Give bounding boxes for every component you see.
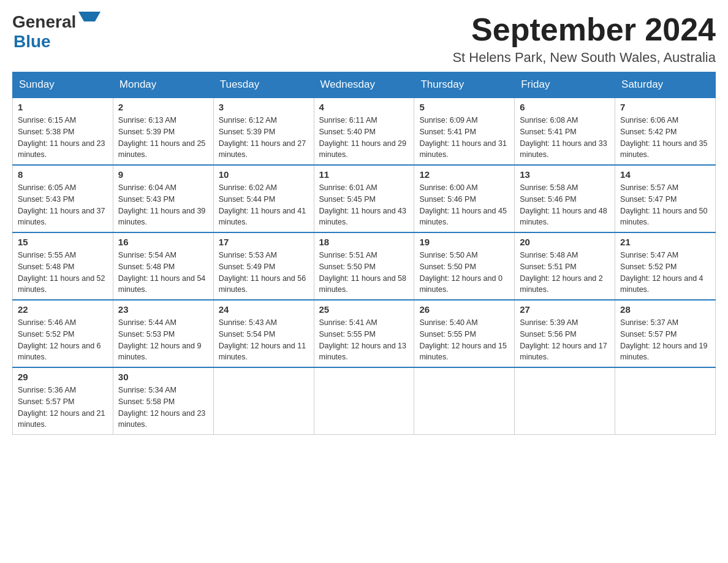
calendar-cell: 23Sunrise: 5:44 AMSunset: 5:53 PMDayligh…	[113, 300, 213, 367]
day-info: Sunrise: 5:47 AMSunset: 5:52 PMDaylight:…	[620, 250, 710, 296]
day-info: Sunrise: 6:13 AMSunset: 5:39 PMDaylight:…	[118, 115, 208, 161]
day-number: 20	[520, 237, 610, 247]
day-info: Sunrise: 5:54 AMSunset: 5:48 PMDaylight:…	[118, 250, 208, 296]
day-number: 13	[520, 169, 610, 180]
day-info: Sunrise: 6:05 AMSunset: 5:43 PMDaylight:…	[18, 182, 108, 228]
svg-marker-1	[78, 21, 100, 31]
header-monday: Monday	[113, 72, 213, 98]
day-info: Sunrise: 6:11 AMSunset: 5:40 PMDaylight:…	[319, 115, 409, 161]
calendar-cell: 21Sunrise: 5:47 AMSunset: 5:52 PMDayligh…	[615, 232, 716, 300]
calendar-cell: 22Sunrise: 5:46 AMSunset: 5:52 PMDayligh…	[13, 300, 113, 367]
week-row-5: 29Sunrise: 5:36 AMSunset: 5:57 PMDayligh…	[13, 367, 716, 435]
calendar-cell: 11Sunrise: 6:01 AMSunset: 5:45 PMDayligh…	[314, 165, 414, 232]
day-info: Sunrise: 6:08 AMSunset: 5:41 PMDaylight:…	[520, 115, 610, 161]
calendar-cell: 30Sunrise: 5:34 AMSunset: 5:58 PMDayligh…	[113, 367, 213, 435]
day-info: Sunrise: 5:39 AMSunset: 5:56 PMDaylight:…	[520, 317, 610, 363]
day-info: Sunrise: 6:01 AMSunset: 5:45 PMDaylight:…	[319, 182, 409, 228]
day-info: Sunrise: 5:44 AMSunset: 5:53 PMDaylight:…	[118, 317, 208, 363]
day-info: Sunrise: 5:55 AMSunset: 5:48 PMDaylight:…	[18, 250, 108, 296]
week-row-3: 15Sunrise: 5:55 AMSunset: 5:48 PMDayligh…	[13, 232, 716, 300]
week-row-1: 1Sunrise: 6:15 AMSunset: 5:38 PMDaylight…	[13, 98, 716, 165]
calendar-cell: 20Sunrise: 5:48 AMSunset: 5:51 PMDayligh…	[515, 232, 615, 300]
day-info: Sunrise: 6:09 AMSunset: 5:41 PMDaylight:…	[419, 115, 509, 161]
calendar-cell: 5Sunrise: 6:09 AMSunset: 5:41 PMDaylight…	[414, 98, 515, 165]
logo-icon	[78, 12, 100, 31]
day-number: 23	[118, 304, 208, 315]
day-info: Sunrise: 5:53 AMSunset: 5:49 PMDaylight:…	[219, 250, 309, 296]
day-number: 9	[118, 169, 208, 180]
day-number: 30	[118, 372, 208, 382]
day-number: 3	[219, 102, 309, 112]
calendar-cell	[414, 367, 515, 435]
calendar-cell: 7Sunrise: 6:06 AMSunset: 5:42 PMDaylight…	[615, 98, 716, 165]
day-info: Sunrise: 5:50 AMSunset: 5:50 PMDaylight:…	[419, 250, 509, 296]
logo-general-text: General	[12, 12, 76, 32]
calendar-cell: 28Sunrise: 5:37 AMSunset: 5:57 PMDayligh…	[615, 300, 716, 367]
week-row-2: 8Sunrise: 6:05 AMSunset: 5:43 PMDaylight…	[13, 165, 716, 232]
day-info: Sunrise: 5:51 AMSunset: 5:50 PMDaylight:…	[319, 250, 409, 296]
calendar-cell: 2Sunrise: 6:13 AMSunset: 5:39 PMDaylight…	[113, 98, 213, 165]
calendar-cell: 27Sunrise: 5:39 AMSunset: 5:56 PMDayligh…	[515, 300, 615, 367]
header-saturday: Saturday	[615, 72, 716, 98]
calendar-cell: 24Sunrise: 5:43 AMSunset: 5:54 PMDayligh…	[213, 300, 314, 367]
day-number: 22	[18, 304, 108, 315]
calendar-cell: 6Sunrise: 6:08 AMSunset: 5:41 PMDaylight…	[515, 98, 615, 165]
day-number: 4	[319, 102, 409, 112]
calendar-table: Sunday Monday Tuesday Wednesday Thursday…	[12, 72, 716, 435]
day-number: 15	[18, 237, 108, 247]
day-number: 24	[219, 304, 309, 315]
calendar-cell	[213, 367, 314, 435]
calendar-cell	[314, 367, 414, 435]
calendar-cell: 15Sunrise: 5:55 AMSunset: 5:48 PMDayligh…	[13, 232, 113, 300]
day-number: 17	[219, 237, 309, 247]
day-number: 5	[419, 102, 509, 112]
day-number: 14	[620, 169, 710, 180]
day-number: 28	[620, 304, 710, 315]
day-info: Sunrise: 6:00 AMSunset: 5:46 PMDaylight:…	[419, 182, 509, 228]
calendar-cell: 13Sunrise: 5:58 AMSunset: 5:46 PMDayligh…	[515, 165, 615, 232]
logo-blue-text: Blue	[13, 32, 51, 51]
day-number: 19	[419, 237, 509, 247]
day-info: Sunrise: 5:57 AMSunset: 5:47 PMDaylight:…	[620, 182, 710, 228]
day-number: 1	[18, 102, 108, 112]
day-info: Sunrise: 5:46 AMSunset: 5:52 PMDaylight:…	[18, 317, 108, 363]
header-tuesday: Tuesday	[213, 72, 314, 98]
day-info: Sunrise: 6:12 AMSunset: 5:39 PMDaylight:…	[219, 115, 309, 161]
calendar-cell: 19Sunrise: 5:50 AMSunset: 5:50 PMDayligh…	[414, 232, 515, 300]
day-number: 21	[620, 237, 710, 247]
day-info: Sunrise: 5:43 AMSunset: 5:54 PMDaylight:…	[219, 317, 309, 363]
calendar-cell: 17Sunrise: 5:53 AMSunset: 5:49 PMDayligh…	[213, 232, 314, 300]
day-number: 2	[118, 102, 208, 112]
calendar-cell: 1Sunrise: 6:15 AMSunset: 5:38 PMDaylight…	[13, 98, 113, 165]
day-info: Sunrise: 5:37 AMSunset: 5:57 PMDaylight:…	[620, 317, 710, 363]
calendar-cell: 14Sunrise: 5:57 AMSunset: 5:47 PMDayligh…	[615, 165, 716, 232]
day-number: 25	[319, 304, 409, 315]
day-number: 8	[18, 169, 108, 180]
day-number: 6	[520, 102, 610, 112]
day-info: Sunrise: 5:48 AMSunset: 5:51 PMDaylight:…	[520, 250, 610, 296]
day-info: Sunrise: 5:34 AMSunset: 5:58 PMDaylight:…	[118, 385, 208, 431]
calendar-cell: 26Sunrise: 5:40 AMSunset: 5:55 PMDayligh…	[414, 300, 515, 367]
day-info: Sunrise: 5:40 AMSunset: 5:55 PMDaylight:…	[419, 317, 509, 363]
header-friday: Friday	[515, 72, 615, 98]
day-number: 10	[219, 169, 309, 180]
day-number: 18	[319, 237, 409, 247]
day-info: Sunrise: 5:36 AMSunset: 5:57 PMDaylight:…	[18, 385, 108, 431]
calendar-cell	[515, 367, 615, 435]
day-number: 26	[419, 304, 509, 315]
calendar-cell: 9Sunrise: 6:04 AMSunset: 5:43 PMDaylight…	[113, 165, 213, 232]
day-number: 11	[319, 169, 409, 180]
calendar-cell: 12Sunrise: 6:00 AMSunset: 5:46 PMDayligh…	[414, 165, 515, 232]
week-row-4: 22Sunrise: 5:46 AMSunset: 5:52 PMDayligh…	[13, 300, 716, 367]
day-info: Sunrise: 5:41 AMSunset: 5:55 PMDaylight:…	[319, 317, 409, 363]
calendar-cell: 16Sunrise: 5:54 AMSunset: 5:48 PMDayligh…	[113, 232, 213, 300]
calendar-cell: 3Sunrise: 6:12 AMSunset: 5:39 PMDaylight…	[213, 98, 314, 165]
month-title: September 2024	[452, 12, 716, 47]
day-number: 7	[620, 102, 710, 112]
header-thursday: Thursday	[414, 72, 515, 98]
day-number: 12	[419, 169, 509, 180]
calendar-cell: 25Sunrise: 5:41 AMSunset: 5:55 PMDayligh…	[314, 300, 414, 367]
page-header: General Blue September 2024 St Helens Pa…	[12, 12, 716, 66]
calendar-cell: 29Sunrise: 5:36 AMSunset: 5:57 PMDayligh…	[13, 367, 113, 435]
location-title: St Helens Park, New South Wales, Austral…	[452, 50, 716, 66]
